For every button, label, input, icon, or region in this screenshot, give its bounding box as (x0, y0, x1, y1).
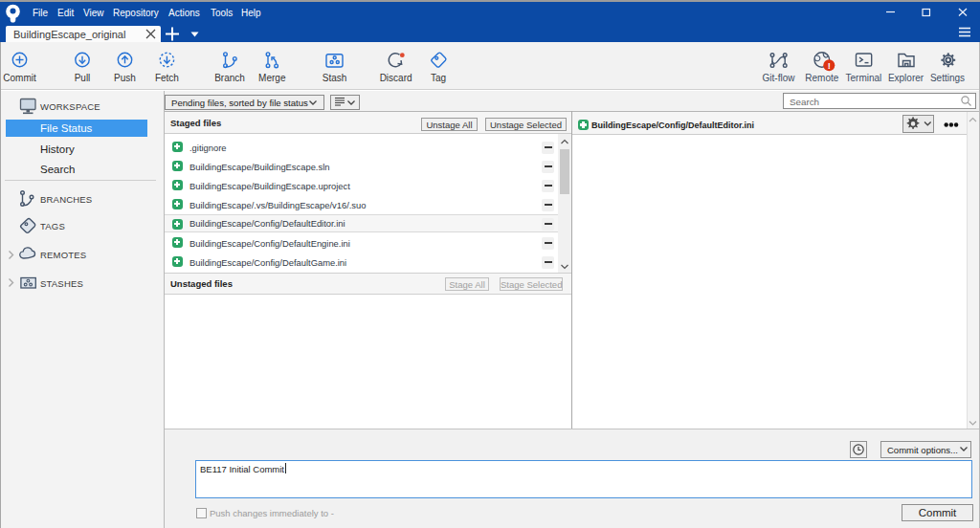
svg-text:!: ! (828, 60, 831, 71)
